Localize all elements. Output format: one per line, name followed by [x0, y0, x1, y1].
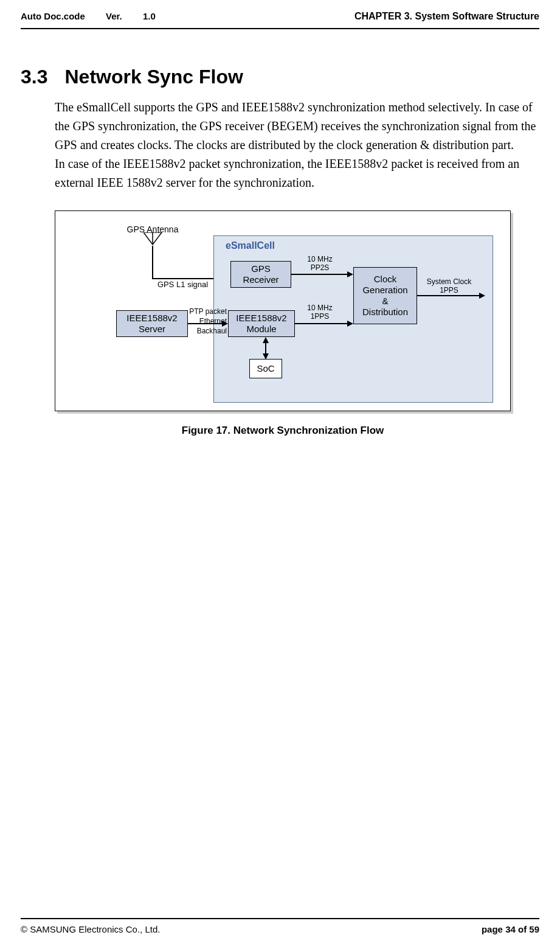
arrow-gps-clock-head — [347, 271, 353, 277]
node-clock: Clock Generation & Distribution — [353, 267, 417, 324]
ptp-l2: Ethernet — [187, 317, 227, 325]
esmallcell-title: eSmallCell — [226, 240, 275, 251]
page-header: Auto Doc.code Ver. 1.0 CHAPTER 3. System… — [0, 0, 560, 22]
section-heading: 3.3Network Sync Flow — [21, 66, 560, 88]
diagram: GPS Antenna GPS L1 signal eSmallCell IEE… — [55, 210, 511, 411]
body-paragraph-1: The eSmallCell supports the GPS and IEEE… — [55, 98, 539, 155]
section-number: 3.3 — [21, 66, 47, 88]
node-clock-l1: Clock — [362, 274, 408, 285]
ptp-l3: Backhaul — [187, 327, 227, 335]
sig2-l1: 10 MHz — [299, 304, 341, 312]
chapter-title: CHAPTER 3. System Software Structure — [354, 11, 539, 22]
footer-copyright: © SAMSUNG Electronics Co., Ltd. — [21, 924, 482, 934]
arrow-out-head — [479, 293, 485, 299]
node-module-l2: Module — [236, 324, 286, 335]
ptp-l1: PTP packet — [187, 307, 227, 316]
node-gps-receiver: GPS Receiver — [230, 261, 291, 288]
arrow-mod-clock-line — [295, 323, 347, 324]
footer-rule — [21, 918, 539, 919]
out-l1: System Clock — [420, 277, 478, 286]
arrow-gps-clock-line — [291, 274, 347, 275]
node-soc: SoC — [249, 359, 282, 378]
figure-container: GPS Antenna GPS L1 signal eSmallCell IEE… — [55, 210, 511, 437]
arrow-mod-clock-head — [347, 321, 353, 327]
arrow-out-line — [417, 295, 479, 296]
node-server-l1: IEEE1588v2 — [126, 313, 177, 324]
node-module: IEEE1588v2 Module — [228, 310, 295, 337]
wire-vert — [152, 246, 153, 279]
node-clock-l2: Generation — [362, 285, 408, 296]
node-gps-l2: Receiver — [243, 274, 278, 285]
node-server-l2: Server — [126, 324, 177, 335]
node-clock-l3: & — [362, 296, 408, 307]
gps-l1-label: GPS L1 signal — [157, 280, 208, 290]
doc-code-label: Auto Doc.code — [21, 11, 85, 21]
page-footer: © SAMSUNG Electronics Co., Ltd. page 34 … — [21, 918, 539, 934]
out-l2: 1PPS — [420, 286, 478, 294]
arrow-soc-down — [263, 353, 269, 360]
sig2-l2: 1PPS — [299, 312, 341, 321]
header-rule — [21, 28, 539, 29]
node-server: IEEE1588v2 Server — [116, 310, 188, 337]
sig1-l1: 10 MHz — [299, 255, 341, 263]
ver-label: Ver. — [106, 11, 122, 21]
footer-page: page 34 of 59 — [482, 924, 539, 934]
antenna-icon — [143, 232, 162, 246]
ver-value: 1.0 — [143, 11, 156, 21]
sig1-l2: PP2S — [299, 263, 341, 272]
section-title-text: Network Sync Flow — [64, 66, 243, 88]
node-clock-l4: Distribution — [362, 307, 408, 318]
figure-caption: Figure 17. Network Synchronization Flow — [55, 425, 511, 437]
body-paragraph-2: In case of the IEEE1588v2 packet synchro… — [55, 155, 539, 192]
arrow-soc-up — [263, 337, 269, 343]
node-gps-l1: GPS — [243, 263, 278, 274]
node-module-l1: IEEE1588v2 — [236, 313, 286, 324]
